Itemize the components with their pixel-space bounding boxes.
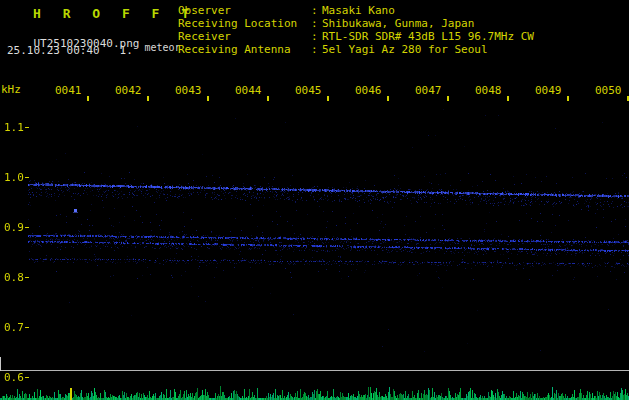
metadata-row: Receiving Antenna:5el Yagi Az 280 for Se… <box>178 43 534 56</box>
freq-tick-label: 1.1 <box>4 121 24 134</box>
time-tick-label: 0045 <box>295 84 322 97</box>
time-tick-label: 0050 <box>595 84 622 97</box>
freq-tick-label: 0.8 <box>4 271 24 284</box>
metadata-separator: : <box>311 17 322 30</box>
time-tick-mark <box>207 96 209 101</box>
metadata-separator: : <box>311 4 322 17</box>
metadata-separator: : <box>311 43 322 56</box>
metadata-row: Observer:Masaki Kano <box>178 4 534 17</box>
metadata-row: Receiving Location:Shibukawa, Gunma, Jap… <box>178 17 534 30</box>
freq-tick-label: 0.9 <box>4 221 24 234</box>
time-tick-mark <box>267 96 269 101</box>
time-tick-label: 0042 <box>115 84 142 97</box>
metadata-label: Receiving Antenna <box>178 43 311 56</box>
station-tag: meteor <box>144 42 180 53</box>
time-tick-label: 0048 <box>475 84 502 97</box>
metadata-label: Observer <box>178 4 311 17</box>
metadata-separator: : <box>311 30 322 43</box>
time-tick-label: 0046 <box>355 84 382 97</box>
metadata-value: 5el Yagi Az 280 for Seoul <box>322 43 488 56</box>
freq-tick-label: 1.0 <box>4 171 24 184</box>
metadata-list: Observer:Masaki KanoReceiving Location:S… <box>178 4 534 56</box>
hrofft-screen: H R O F F T UT2510230040.pngmeteor 25.10… <box>0 0 629 400</box>
app-logo: H R O F F T <box>33 6 196 21</box>
time-tick-mark <box>567 96 569 101</box>
time-tick-label: 0041 <box>55 84 82 97</box>
metadata-value: Shibukawa, Gunma, Japan <box>322 17 474 30</box>
metadata-value: RTL-SDR SDR# 43dB L15 96.7MHz CW <box>322 30 534 43</box>
time-tick-label: 0043 <box>175 84 202 97</box>
time-tick-label: 0047 <box>415 84 442 97</box>
datetime-text: 25.10.23 00:40 1. <box>7 44 133 57</box>
time-tick-label: 0049 <box>535 84 562 97</box>
signal-level-canvas <box>0 356 629 400</box>
metadata-label: Receiving Location <box>178 17 311 30</box>
metadata-value: Masaki Kano <box>322 4 395 17</box>
time-tick-mark <box>447 96 449 101</box>
time-tick-label: 0044 <box>235 84 262 97</box>
time-tick-mark <box>327 96 329 101</box>
time-tick-mark <box>87 96 89 101</box>
time-axis: 0041004200430044004500460047004800490050 <box>0 84 629 102</box>
time-tick-mark <box>147 96 149 101</box>
freq-tick-label: 0.7 <box>4 321 24 334</box>
metadata-row: Receiver:RTL-SDR SDR# 43dB L15 96.7MHz C… <box>178 30 534 43</box>
spectrogram-canvas <box>28 102 629 356</box>
time-tick-mark <box>507 96 509 101</box>
time-tick-mark <box>387 96 389 101</box>
metadata-label: Receiver <box>178 30 311 43</box>
